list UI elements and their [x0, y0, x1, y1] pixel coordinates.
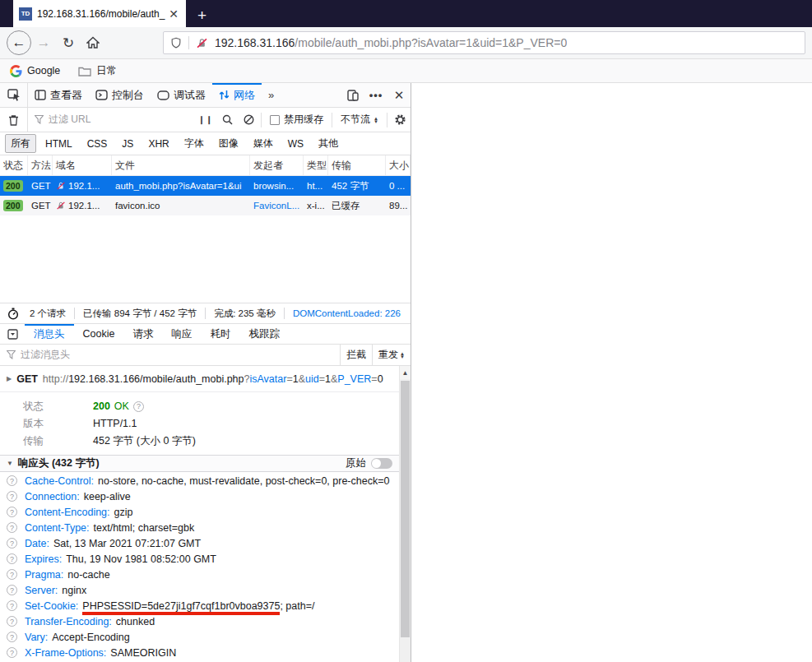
block-button[interactable]: 拦截	[340, 345, 372, 365]
home-button[interactable]	[81, 30, 105, 55]
back-button[interactable]: ←	[7, 30, 31, 55]
type-filter-其他[interactable]: 其他	[313, 134, 344, 153]
header-name[interactable]: Server:	[25, 584, 58, 597]
scrollbar-thumb[interactable]	[401, 381, 410, 637]
detail-tab-1[interactable]: Cookie	[74, 324, 124, 344]
expand-caret-icon[interactable]: ▶	[7, 375, 12, 382]
header-name[interactable]: Date:	[25, 537, 49, 550]
reload-button[interactable]: ↻	[56, 30, 81, 55]
help-icon[interactable]: ?	[7, 507, 17, 517]
help-icon[interactable]: ?	[7, 569, 17, 580]
column-header[interactable]: 发起者	[250, 155, 304, 175]
header-row[interactable]: ?Transfer-Encoding:chunked	[0, 614, 399, 630]
header-name[interactable]: Transfer-Encoding:	[25, 615, 112, 628]
header-row[interactable]: ?Content-Encoding:gzip	[0, 505, 399, 521]
tab-close-icon[interactable]: ✕	[167, 7, 180, 21]
bookmark-folder[interactable]: 日常	[78, 64, 117, 78]
tab-debugger[interactable]: 调试器	[151, 83, 212, 107]
pause-traffic-button[interactable]: ❙❙	[195, 115, 216, 124]
type-filter-html[interactable]: HTML	[39, 136, 78, 152]
table-row[interactable]: 200GET192.1...auth_mobi.php?isAvatar=1&u…	[0, 176, 411, 196]
header-row[interactable]: ?Cache-Control:no-store, no-cache, must-…	[0, 474, 399, 489]
address-bar[interactable]: 192.168.31.166/mobile/auth_mobi.php?isAv…	[163, 31, 805, 54]
resend-button[interactable]: 重发 ▲▼	[372, 345, 411, 365]
header-row[interactable]: ?Connection:keep-alive	[0, 489, 399, 505]
help-icon[interactable]: ?	[7, 616, 17, 627]
detail-tab-4[interactable]: 耗时	[201, 324, 239, 344]
raw-toggle[interactable]	[371, 458, 392, 469]
search-button[interactable]	[216, 114, 238, 125]
column-header[interactable]: 大小	[386, 155, 411, 175]
help-icon[interactable]: ?	[7, 491, 17, 502]
bookmark-google[interactable]: Google	[10, 65, 60, 77]
response-headers-section[interactable]: ▼ 响应头 (432 字节) 原始	[0, 455, 399, 472]
type-filter-xhr[interactable]: XHR	[142, 136, 174, 152]
performance-analysis-button[interactable]	[0, 308, 26, 320]
help-icon[interactable]: ?	[7, 600, 17, 611]
responsive-mode-button[interactable]	[341, 83, 364, 107]
column-header[interactable]: 传输	[328, 155, 386, 175]
column-header[interactable]: 文件	[112, 155, 250, 175]
table-row[interactable]: 200GET192.1...favicon.icoFaviconL...x-i.…	[0, 196, 411, 215]
tab-inspector[interactable]: 查看器	[28, 83, 89, 107]
disable-cache-option[interactable]: 禁用缓存	[263, 113, 330, 127]
help-icon[interactable]: ?	[7, 475, 17, 486]
header-name[interactable]: Content-Encoding:	[25, 506, 110, 519]
header-name[interactable]: Vary:	[25, 631, 48, 644]
request-url-line[interactable]: ▶ GET http://192.168.31.166/mobile/auth_…	[0, 366, 399, 392]
detail-tab-0[interactable]: 消息头	[25, 324, 74, 344]
filter-headers-input[interactable]: 过滤消息头	[0, 348, 340, 362]
network-settings-button[interactable]	[389, 113, 411, 126]
header-row[interactable]: ?Set-Cookie:PHPSESSID=5de27ji1gf7cqf1br0…	[0, 599, 399, 614]
more-tabs-button[interactable]: »	[262, 83, 279, 107]
insecure-lock-icon[interactable]	[196, 37, 208, 49]
help-icon[interactable]: ?	[7, 647, 17, 658]
pick-element-button[interactable]	[0, 83, 28, 107]
throttling-dropdown[interactable]: 不节流 ▲▼	[334, 113, 385, 127]
disable-cache-checkbox[interactable]	[270, 115, 280, 125]
type-filter-css[interactable]: CSS	[81, 136, 114, 152]
tab-network[interactable]: 网络	[212, 83, 262, 107]
detail-scrollbar[interactable]: ▲	[399, 366, 411, 662]
header-name[interactable]: Cache-Control:	[25, 475, 94, 488]
type-filter-所有[interactable]: 所有	[5, 134, 36, 153]
header-name[interactable]: Content-Type:	[25, 521, 90, 535]
column-header[interactable]: 域名	[53, 155, 112, 175]
header-row[interactable]: ?Server:nginx	[0, 583, 399, 599]
forward-button[interactable]: →	[31, 30, 56, 55]
block-request-button[interactable]	[238, 114, 259, 125]
header-name[interactable]: Set-Cookie:	[25, 600, 78, 613]
header-name[interactable]: Connection:	[25, 490, 80, 503]
column-header[interactable]: 方法	[28, 155, 53, 175]
type-filter-js[interactable]: JS	[116, 136, 139, 152]
filter-url-input[interactable]: 过滤 URL	[28, 113, 195, 127]
devtools-menu-button[interactable]: •••	[364, 83, 387, 107]
header-row[interactable]: ?X-Frame-Options:SAMEORIGIN	[0, 646, 399, 661]
type-filter-字体[interactable]: 字体	[179, 134, 210, 153]
header-name[interactable]: X-Frame-Options:	[25, 646, 106, 660]
type-filter-媒体[interactable]: 媒体	[248, 134, 279, 153]
type-filter-ws[interactable]: WS	[282, 136, 309, 152]
help-icon[interactable]: ?	[7, 553, 17, 564]
clear-requests-button[interactable]	[0, 108, 28, 132]
header-name[interactable]: Pragma:	[25, 568, 63, 581]
column-header[interactable]: 类型	[304, 155, 328, 175]
help-icon[interactable]: ?	[7, 538, 17, 549]
detail-tab-2[interactable]: 请求	[123, 324, 162, 344]
detail-tab-5[interactable]: 栈跟踪	[239, 324, 289, 344]
scroll-up-icon[interactable]: ▲	[400, 366, 411, 379]
column-header[interactable]: 状态	[0, 155, 28, 175]
header-row[interactable]: ?Content-Type:text/html; charset=gbk	[0, 521, 399, 536]
collapse-caret-icon[interactable]: ▼	[7, 460, 13, 467]
header-row[interactable]: ?Pragma:no-cache	[0, 567, 399, 583]
browser-tab[interactable]: TD 192.168.31.166/mobile/auth_ ✕	[13, 0, 186, 27]
header-row[interactable]: ?Vary:Accept-Encoding	[0, 630, 399, 646]
devtools-close-button[interactable]: ✕	[387, 83, 411, 107]
help-icon[interactable]: ?	[7, 522, 17, 533]
header-name[interactable]: Expires:	[25, 553, 62, 566]
shield-icon[interactable]	[170, 36, 182, 49]
help-icon[interactable]: ?	[7, 585, 17, 595]
header-row[interactable]: ?Date:Sat, 13 Mar 2021 07:21:07 GMT	[0, 536, 399, 552]
help-icon[interactable]: ?	[7, 632, 17, 642]
detail-tab-3[interactable]: 响应	[162, 324, 201, 344]
